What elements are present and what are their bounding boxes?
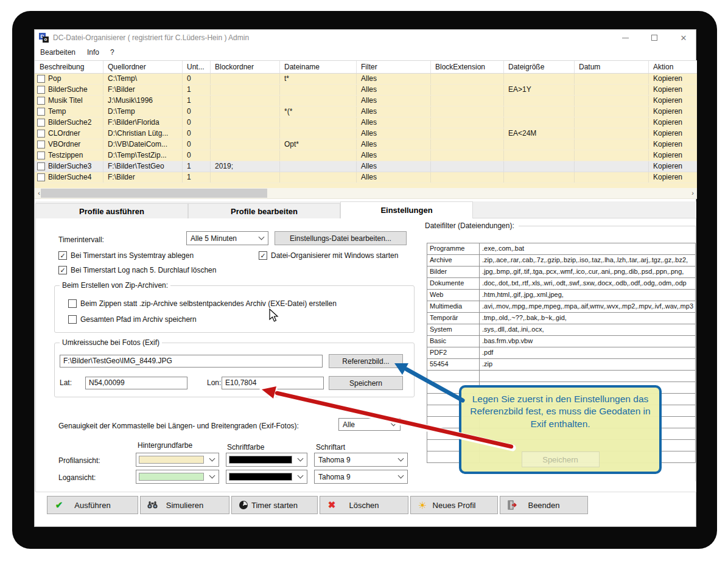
exit-button[interactable]: Beenden [500,496,588,514]
filter-category: Basic [427,336,480,347]
table-row[interactable]: VBOrdner D:\VB\DateiCom... 0 Opt* Alles … [35,139,697,150]
start-timer-button[interactable]: Timer starten [231,496,318,514]
file-filter-row[interactable]: Temporär .tmp,.old,.~??,.bak,.b~k,.gid, [427,313,695,324]
reference-image-button[interactable]: Referenzbild... [329,354,403,368]
col-header-unterordner[interactable]: Unt... [182,61,210,73]
row-checkbox[interactable] [37,108,45,116]
table-row[interactable]: CLOrdner D:\Christian Lütg... 0 Alles EA… [35,128,697,139]
file-filter-row[interactable]: 55454 .zip [427,359,695,371]
tab-profile-bearbeiten[interactable]: Profile bearbeiten [188,203,340,218]
log-font-color-select[interactable] [226,470,307,484]
table-row[interactable]: Musik Titel J:\Musik\1996 1 Alles Kopier… [35,96,697,106]
scrollbar-thumb[interactable] [41,189,267,198]
cell-blockextension [430,139,503,150]
column-header-font-color: Schriftfarbe [227,443,264,451]
row-checkbox[interactable] [37,130,45,138]
col-header-dateiname[interactable]: Dateiname [279,61,356,73]
profile-bg-color-select[interactable] [136,453,219,467]
cell-dateigroesse [503,150,574,161]
table-row[interactable]: BilderSuche3 F:\Bilder\TestGeo 1 2019; A… [35,161,697,172]
file-filter-row[interactable]: PDF2 .pdf [427,347,695,359]
delete-button[interactable]: ✖ Löschen [320,496,408,514]
cell-datum [574,161,648,172]
lat-field[interactable]: N54,00099 [85,377,187,389]
scroll-right-icon[interactable]: › [688,188,697,198]
file-filter-row[interactable]: System .sys,.dll,.dat,.ini,.ocx, [427,324,695,336]
file-filter-row[interactable]: Multimedia .avi,.mov,.mpg,.mpe,mpeg,.mpa… [427,301,695,313]
table-row[interactable]: Testzippen D:\Temp\TestZip... 0 Alles Ko… [35,150,697,161]
file-filter-row[interactable]: Archive .zip,.ace,.rar,.cab,.7z,.gzip,.b… [427,255,695,267]
row-checkbox[interactable] [37,119,45,127]
col-header-dateigroesse[interactable]: Dateigröße [503,61,574,73]
precision-select[interactable]: Alle [338,418,401,431]
col-header-datum[interactable]: Datum [574,61,648,73]
close-button[interactable]: ✕ [673,30,695,46]
table-row[interactable]: BilderSuche4 F:\Bilder 1 Alles Kopieren [35,172,697,183]
row-checkbox[interactable] [37,162,45,170]
col-header-blockextension[interactable]: BlockExtension [430,61,503,73]
cell-quellordner: C:\Temp\ [103,74,182,84]
maximize-button[interactable] [643,30,665,46]
log-font-select[interactable]: Tahoma 9 [314,470,408,484]
checkbox-box[interactable]: ✓ [58,266,67,274]
profile-font-select[interactable]: Tahoma 9 [314,453,408,467]
row-checkbox[interactable] [37,173,45,181]
checkbox-log-delete[interactable]: ✓ Bei Timerstart Log nach 5. Durchlauf l… [58,266,216,274]
edit-settings-file-button[interactable]: Einstellungs-Datei bearbeiten... [275,231,407,245]
table-row[interactable]: BilderSuche2 F:\Bilder\Florida 0 Alles K… [35,117,697,128]
menu-info[interactable]: Info [87,48,99,57]
col-header-filter[interactable]: Filter [356,61,430,73]
horizontal-scrollbar[interactable]: ‹ › [35,188,697,199]
exif-save-button[interactable]: Speichern [329,376,403,390]
checkbox-box[interactable] [68,299,77,308]
timer-interval-select[interactable]: Alle 5 Minuten [186,231,268,245]
file-filter-row[interactable]: Basic .bas.frm.vbp.vbw [427,336,695,347]
row-checkbox[interactable] [37,97,45,105]
table-row[interactable]: Temp D:\Temp 0 *(* Alles Kopieren [35,106,697,117]
cell-dateiname [279,172,356,183]
row-checkbox[interactable] [37,86,45,94]
lon-field[interactable]: E10,7804 [222,377,324,389]
checkbox-windows-start[interactable]: ✓ Datei-Organisierer mit Windows starten [259,251,398,260]
col-header-quellordner[interactable]: Quellordner [103,61,182,73]
file-filter-row[interactable] [427,371,695,382]
row-checkbox[interactable] [37,152,45,159]
checkbox-box[interactable]: ✓ [259,251,267,260]
row-checkbox[interactable] [37,75,45,83]
timer-interval-label: Timerintervall: [58,235,104,244]
filter-extensions: .bas.frm.vbp.vbw [480,336,695,347]
checkbox-zip-fullpath[interactable]: Gesamten Pfad im Archiv speichern [68,315,197,324]
new-profile-button[interactable]: ☀ Neues Profil [410,496,498,514]
menu-help[interactable]: ? [110,48,114,57]
cell-quellordner: F:\Bilder\TestGeo [103,161,182,172]
tab-profile-ausfuehren[interactable]: Profile ausführen [35,203,188,218]
file-filter-row[interactable]: Programme .exe,.com,.bat [427,243,695,255]
log-bg-color-select[interactable] [136,470,219,484]
execute-button[interactable]: ✔ Ausführen [47,496,138,514]
menu-bearbeiten[interactable]: Bearbeiten [40,48,75,57]
file-filter-row[interactable]: Web .htm,html,.gif,.jpg,.xml,jpeg, [427,290,695,301]
chevron-down-icon [209,455,215,461]
close-icon: ✕ [681,33,687,43]
table-row[interactable]: Pop C:\Temp\ 0 t* Alles Kopieren [35,74,697,85]
checkbox-box[interactable]: ✓ [58,251,67,260]
cell-datum [574,117,648,128]
file-filter-row[interactable]: Dokumente .doc,.dot,.txt,.rtf,.xls,.wri,… [427,278,695,290]
simulate-button[interactable]: Simulieren [140,496,229,514]
col-header-beschreibung[interactable]: Beschreibung [35,61,103,73]
minimize-button[interactable] [614,30,636,46]
col-header-blockordner[interactable]: Blockordner [210,61,279,73]
table-row[interactable]: BilderSuche F:\Bilder 1 Alles EA>1Y Kopi… [35,85,697,96]
checkbox-zip-exe[interactable]: Beim Zippen statt .zip-Archive selbstent… [68,299,337,308]
checkbox-box[interactable] [68,315,77,324]
file-filter-row[interactable]: Bilder .jpg,.bmp,.gif,.tif,.tga,.pcx,.wm… [427,267,695,278]
tab-einstellungen[interactable]: Einstellungen [340,201,473,218]
reference-image-path-field[interactable]: F:\Bilder\TestGeo\IMG_8449.JPG [60,355,323,368]
cell-datum [574,128,648,139]
row-checkbox[interactable] [37,141,45,148]
profile-font-color-select[interactable] [226,453,307,467]
lon-label: Lon: [207,378,221,387]
checkbox-systemtray[interactable]: ✓ Bei Timerstart ins Systemtray ablegen [58,251,194,260]
zip-archive-group: Beim Erstellen von Zip-Archiven: Beim Zi… [54,285,415,333]
col-header-aktion[interactable]: Aktion [648,61,697,73]
